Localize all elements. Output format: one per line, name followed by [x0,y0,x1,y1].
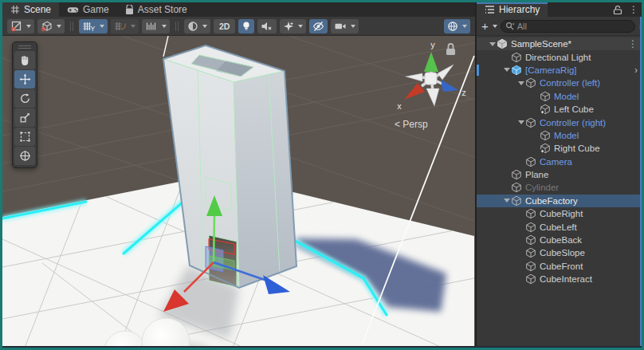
cube-icon [525,208,537,219]
scene-viewport[interactable]: y x z < Persp [2,36,475,348]
gizmo-center-cube[interactable] [425,73,437,85]
rotate-icon [19,92,31,104]
add-gameobject-button[interactable]: + [481,20,497,32]
hierarchy-item-cubeleft[interactable]: CubeLeft [477,220,642,233]
hierarchy-item-plane[interactable]: Plane [477,168,642,181]
expander-arrow[interactable] [516,120,525,124]
cube-icon [540,91,552,102]
hierarchy-item--camerarig-[interactable]: [CameraRig]› [477,64,642,77]
kebab-menu-icon[interactable]: ⋮ [628,38,638,49]
hierarchy-item-right-cube[interactable]: Right Cube [477,142,642,155]
tool-palette [12,41,37,168]
expander-arrow[interactable] [516,81,525,85]
unlock-icon[interactable] [610,2,626,17]
y-axis-arrow[interactable] [214,214,214,262]
bulb-icon [242,21,251,32]
move-tool[interactable] [14,70,35,88]
shading-dropdown-button[interactable] [184,19,210,33]
rect-tool[interactable] [14,128,35,146]
item-label: Right Cube [554,144,600,153]
cube-icon [525,222,537,233]
hierarchy-item-samplescene-[interactable]: SampleScene*⋮ [477,37,642,50]
grid-visibility-button[interactable]: Y [79,19,108,33]
hierarchy-item-left-cube[interactable]: Left Cube [477,103,642,116]
chevron-down-icon [298,25,303,28]
item-label: Plane [525,170,548,179]
hierarchy-item-cubefactory[interactable]: CubeFactory [477,195,642,207]
chevron-right-icon[interactable]: › [634,65,638,76]
lighting-toggle-button[interactable] [238,19,254,33]
tab-game[interactable]: Game [59,2,117,17]
cube-icon [511,169,523,180]
2d-toggle-button[interactable]: 2D [214,19,235,33]
camera-overlay-button[interactable] [331,19,359,33]
snap-increment-button[interactable] [142,19,170,33]
cube-icon [511,52,523,63]
hidden-objects-button[interactable] [309,19,328,33]
projection-label[interactable]: < Persp [395,119,428,130]
effects-toggle-button[interactable] [280,19,306,33]
gizmos-button[interactable] [444,19,470,33]
hierarchy-tree: SampleScene*⋮Directional Light[CameraRig… [477,36,642,348]
draw-mode-button[interactable] [7,19,34,33]
tab-asset-store[interactable]: Asset Store [117,2,195,17]
hierarchy-item-controller-left-[interactable]: Controller (left) [477,77,642,89]
grid-snap-button[interactable] [111,19,139,33]
expander-arrow[interactable] [488,42,497,46]
hierarchy-item-model[interactable]: Model [477,129,642,142]
circle-icon [187,21,198,32]
toolbar-separator [70,22,73,31]
hierarchy-item-model[interactable]: Model [477,90,642,103]
chevron-down-icon [162,25,167,28]
hierarchy-toolbar: + [477,17,642,36]
prefab-override-bar [477,65,479,76]
add-label: + [481,20,489,32]
view-tool[interactable] [14,51,35,69]
chevron-down-icon [351,25,355,28]
kebab-menu-icon[interactable]: ⋮ [626,2,642,17]
prefab-icon [511,65,523,76]
shading-mode-button[interactable] [37,19,65,33]
transform-tool[interactable] [14,147,35,165]
expander-arrow[interactable] [502,68,511,72]
scene-tabbar: Scene Game Asset Store [2,2,475,17]
cube-icon [511,195,523,206]
fx-icon [283,21,294,32]
expander-arrow[interactable] [502,199,511,203]
gamepad-icon [67,6,79,14]
tab-hierarchy[interactable]: Hierarchy [477,2,548,17]
hierarchy-item-cubeinteract[interactable]: CubeInteract [477,273,642,285]
audio-toggle-button[interactable] [257,19,277,33]
tab-asset-store-label: Asset Store [138,4,187,15]
palette-drag-handle[interactable] [14,44,35,50]
search-box[interactable] [501,20,635,33]
hierarchy-item-cubeback[interactable]: CubeBack [477,234,642,246]
hierarchy-item-cubeslope[interactable]: CubeSlope [477,246,642,259]
hierarchy-item-cuberight[interactable]: CubeRight [477,207,642,220]
eyeslash-icon [312,21,324,32]
tab-game-label: Game [83,4,109,15]
hierarchy-item-cubefront[interactable]: CubeFront [477,260,642,273]
tab-scene[interactable]: Scene [2,2,59,17]
recttool-icon [19,131,31,143]
item-label: Controller (right) [540,118,606,128]
scene-canvas[interactable]: y x z < Persp [2,36,475,348]
cube-icon [540,130,552,141]
tab-scene-label: Scene [24,4,51,15]
hierarchy-item-controller-right-[interactable]: Controller (right) [477,116,642,128]
cubeplus-icon [540,104,552,115]
window-bottom-edge [2,346,642,348]
item-label: CubeSlope [540,248,585,258]
hierarchy-item-camera[interactable]: Camera [477,155,642,168]
search-input[interactable] [517,22,630,31]
scale-tool[interactable] [14,108,35,127]
unity-editor-window: Scene Game Asset Store Y2D [0,0,644,350]
chevron-down-icon [26,25,31,28]
hierarchy-item-cylinder[interactable]: Cylinder [477,181,642,194]
item-label: [CameraRig] [525,65,577,75]
button-label: 2D [217,22,232,31]
hierarchy-item-directional-light[interactable]: Directional Light [477,50,642,63]
audiomute-icon [261,21,273,32]
tab-hierarchy-label: Hierarchy [499,4,540,15]
rotate-tool[interactable] [14,89,35,108]
